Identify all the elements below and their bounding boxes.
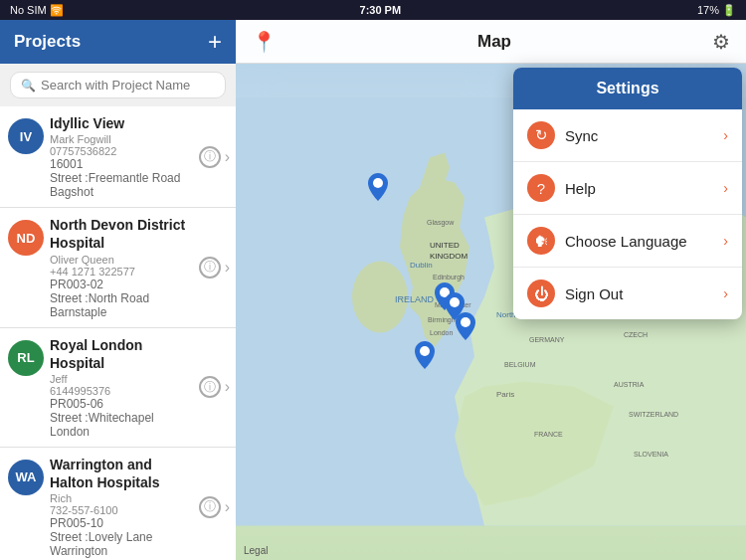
svg-text:SWITZERLAND: SWITZERLAND — [629, 411, 678, 418]
project-name: North Devon District Hospital — [50, 216, 193, 252]
user-info: Oliver Queen+44 1271 322577 — [50, 254, 193, 278]
main-area: 📍 Map ⚙ — [236, 20, 746, 560]
settings-chevron-icon: › — [723, 127, 728, 143]
settings-menu-item[interactable]: ? Help › — [513, 162, 742, 215]
settings-chevron-icon: › — [723, 233, 728, 249]
map-pin-3[interactable] — [415, 341, 435, 369]
project-street: Street :North Road — [50, 291, 193, 305]
svg-text:IRELAND: IRELAND — [395, 294, 435, 304]
svg-text:London: London — [430, 329, 453, 336]
project-info: North Devon District Hospital Oliver Que… — [44, 216, 199, 318]
list-item[interactable]: IV Idyllic View Mark Fogwill07757536822 … — [0, 106, 236, 208]
svg-text:KINGDOM: KINGDOM — [430, 252, 468, 261]
settings-item-label: Sign Out — [565, 285, 723, 302]
project-code: PR005-10 — [50, 516, 193, 530]
chevron-right-icon: › — [225, 148, 230, 166]
status-time: 7:30 PM — [360, 4, 402, 16]
svg-point-25 — [373, 178, 383, 188]
sidebar-title: Projects — [14, 32, 81, 52]
info-button[interactable]: ⓘ — [199, 496, 221, 518]
legal-text: Legal — [244, 545, 268, 556]
list-item[interactable]: WA Warrington and Halton Hospitals Rich7… — [0, 448, 236, 560]
chevron-right-icon: › — [225, 378, 230, 396]
avatar: WA — [8, 460, 44, 495]
project-info: Idyllic View Mark Fogwill07757536822 160… — [44, 114, 199, 199]
project-actions: ⓘ › — [199, 456, 236, 558]
svg-text:GERMANY: GERMANY — [529, 336, 565, 343]
status-bar: No SIM 🛜 7:30 PM 17% 🔋 — [0, 0, 746, 20]
settings-item-icon: ↻ — [527, 121, 555, 149]
settings-item-icon: ? — [527, 174, 555, 202]
settings-item-icon: 🗣 — [527, 227, 555, 255]
svg-text:FRANCE: FRANCE — [534, 431, 563, 438]
project-street: Street :Lovely Lane — [50, 530, 193, 544]
settings-button[interactable]: ⚙ — [712, 30, 730, 54]
svg-text:SLOVENIA: SLOVENIA — [634, 451, 668, 458]
svg-point-27 — [420, 346, 430, 356]
svg-text:CZECH: CZECH — [624, 331, 648, 338]
settings-item-label: Choose Language — [565, 233, 723, 250]
project-code: 16001 — [50, 157, 193, 171]
svg-text:Paris: Paris — [496, 390, 514, 399]
project-info: Warrington and Halton Hospitals Rich732-… — [44, 456, 199, 558]
project-name: Idyllic View — [50, 114, 193, 132]
project-code: PR003-02 — [50, 278, 193, 291]
search-input[interactable] — [41, 78, 215, 93]
status-signal: No SIM 🛜 — [10, 4, 64, 17]
add-project-button[interactable]: + — [208, 28, 222, 56]
settings-chevron-icon: › — [723, 285, 728, 301]
settings-panel: Settings ↻ Sync › ? Help › 🗣 Choose Lang… — [513, 68, 742, 319]
svg-text:UNITED: UNITED — [430, 241, 460, 250]
search-icon: 🔍 — [21, 79, 36, 93]
project-code: PR005-06 — [50, 397, 193, 411]
user-info: Jeff6144995376 — [50, 373, 193, 397]
status-battery: 17% 🔋 — [697, 4, 736, 17]
project-city: Barnstaple — [50, 305, 193, 319]
avatar: IV — [8, 118, 44, 154]
project-street: Street :Whitechapel — [50, 411, 193, 425]
settings-menu-item[interactable]: 🗣 Choose Language › — [513, 215, 742, 268]
svg-text:Glasgow: Glasgow — [427, 219, 455, 227]
svg-text:Edinburgh: Edinburgh — [433, 274, 465, 281]
info-button[interactable]: ⓘ — [199, 257, 221, 279]
app-container: Projects + 🔍 IV Idyllic View Mark Fogwil… — [0, 20, 746, 560]
user-info: Mark Fogwill07757536822 — [50, 133, 193, 157]
chevron-right-icon: › — [225, 498, 230, 516]
info-button[interactable]: ⓘ — [199, 376, 221, 398]
sidebar: Projects + 🔍 IV Idyllic View Mark Fogwil… — [0, 20, 236, 560]
map-pin-5[interactable] — [445, 292, 465, 320]
info-button[interactable]: ⓘ — [199, 146, 221, 168]
svg-text:AUSTRIA: AUSTRIA — [614, 381, 645, 388]
settings-item-icon: ⏻ — [527, 280, 555, 307]
sidebar-header: Projects + — [0, 20, 236, 64]
svg-text:Dublin: Dublin — [410, 261, 433, 270]
list-item[interactable]: RL Royal London Hospital Jeff6144995376 … — [0, 328, 236, 448]
settings-item-label: Help — [565, 180, 723, 197]
search-wrapper: 🔍 — [10, 72, 226, 98]
settings-title: Settings — [513, 68, 742, 109]
list-item[interactable]: ND North Devon District Hospital Oliver … — [0, 208, 236, 327]
project-name: Warrington and Halton Hospitals — [50, 456, 193, 491]
user-info: Rich732-557-6100 — [50, 492, 193, 516]
project-list: IV Idyllic View Mark Fogwill07757536822 … — [0, 106, 236, 560]
svg-point-29 — [450, 297, 460, 307]
avatar: RL — [8, 340, 44, 376]
settings-menu-item[interactable]: ⏻ Sign Out › — [513, 268, 742, 319]
chevron-right-icon: › — [225, 259, 230, 277]
project-actions: ⓘ › — [199, 216, 236, 318]
project-actions: ⓘ › — [199, 336, 236, 439]
project-street: Street :Freemantle Road — [50, 171, 193, 185]
project-city: Bagshot — [50, 185, 193, 199]
settings-chevron-icon: › — [723, 180, 728, 196]
settings-menu-item[interactable]: ↻ Sync › — [513, 109, 742, 162]
top-bar: 📍 Map ⚙ — [236, 20, 746, 64]
project-name: Royal London Hospital — [50, 336, 193, 372]
map-title: Map — [477, 32, 511, 52]
map-location-icon: 📍 — [252, 30, 277, 54]
map-pin-1[interactable] — [368, 173, 388, 201]
project-city: Warrington — [50, 544, 193, 558]
project-city: London — [50, 425, 193, 439]
sidebar-search-container: 🔍 — [0, 64, 236, 106]
project-info: Royal London Hospital Jeff6144995376 PR0… — [44, 336, 199, 439]
settings-items: ↻ Sync › ? Help › 🗣 Choose Language › ⏻ … — [513, 109, 742, 319]
